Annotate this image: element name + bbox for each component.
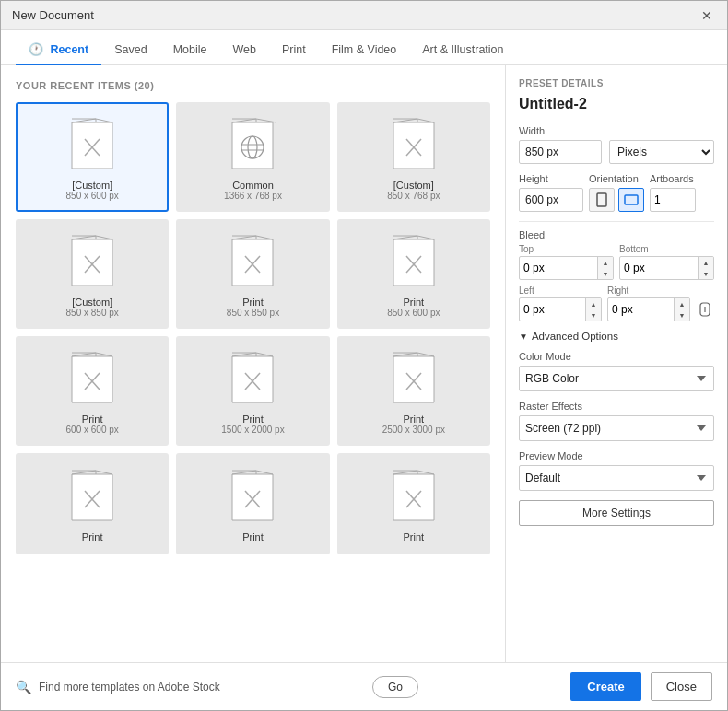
grid-item[interactable]: Print (16, 453, 169, 554)
create-button[interactable]: Create (570, 672, 640, 701)
portrait-button[interactable] (589, 188, 615, 212)
svg-line-38 (96, 471, 112, 474)
grid-item[interactable]: Common 1366 x 768 px (176, 102, 329, 212)
color-mode-select[interactable]: RGB Color CMYK Color (519, 366, 714, 391)
bleed-right-field: Right ▲ ▼ (607, 286, 690, 321)
tab-print[interactable]: Print (269, 36, 319, 65)
svg-rect-49 (597, 193, 606, 206)
bleed-top-down[interactable]: ▼ (598, 268, 613, 279)
left-panel: YOUR RECENT ITEMS (20) [Custom] 850 x 60… (1, 65, 506, 662)
more-settings-button[interactable]: More Settings (519, 500, 714, 526)
search-area: 🔍 Find more templates on Adobe Stock (16, 680, 220, 694)
svg-line-29 (232, 353, 256, 356)
width-input[interactable] (519, 140, 602, 164)
bleed-top-up[interactable]: ▲ (598, 257, 613, 268)
recent-section-title: YOUR RECENT ITEMS (20) (16, 80, 490, 91)
grid-item[interactable]: Print 600 x 600 px (16, 336, 169, 446)
color-mode-label: Color Mode (519, 351, 714, 362)
raster-effects-label: Raster Effects (519, 401, 714, 412)
item-name: Print (242, 531, 264, 542)
svg-line-0 (72, 119, 96, 122)
item-name: Print (404, 297, 425, 308)
tab-recent[interactable]: 🕐 Recent (16, 35, 101, 65)
search-icon: 🔍 (16, 680, 31, 694)
tab-film-video[interactable]: Film & Video (319, 36, 410, 65)
bleed-right-down[interactable]: ▼ (675, 309, 689, 321)
bleed-right-up[interactable]: ▲ (675, 298, 689, 309)
svg-line-26 (96, 353, 112, 356)
item-size: 1500 x 2000 px (221, 425, 284, 435)
bleed-left-field: Left ▲ ▼ (519, 286, 602, 321)
item-name: Print (404, 414, 425, 425)
height-input[interactable] (519, 188, 583, 212)
bleed-top-input[interactable] (520, 262, 597, 274)
grid-item[interactable]: Print 850 x 600 px (337, 219, 490, 329)
grid-item[interactable]: [Custom] 850 x 850 px (16, 219, 169, 329)
bleed-top-field: Top ▲ ▼ (519, 244, 614, 280)
bleed-right-input[interactable] (608, 303, 674, 316)
window-close-button[interactable]: ✕ (698, 8, 716, 23)
tab-web[interactable]: Web (219, 36, 268, 65)
grid-item[interactable]: Print 850 x 850 px (176, 219, 329, 329)
svg-line-22 (417, 236, 434, 239)
svg-line-30 (256, 353, 273, 356)
item-name: Print (242, 297, 264, 308)
grid-item[interactable]: Print (176, 453, 329, 554)
artboards-label: Artboards (650, 173, 696, 184)
preset-details-title: PRESET DETAILS (519, 78, 714, 88)
advanced-options-label: Advanced Options (532, 331, 618, 342)
svg-line-25 (72, 353, 96, 356)
svg-line-18 (256, 236, 273, 239)
content-area: YOUR RECENT ITEMS (20) [Custom] 850 x 60… (1, 65, 727, 662)
svg-line-21 (393, 236, 417, 239)
chevron-down-icon: ▼ (519, 332, 528, 342)
artboards-group: Artboards (650, 173, 696, 212)
preset-name: Untitled-2 (519, 96, 714, 112)
item-size: 850 x 850 px (227, 308, 279, 318)
bleed-left-down[interactable]: ▼ (586, 309, 601, 321)
tab-saved[interactable]: Saved (101, 36, 159, 65)
tabs-bar: 🕐 Recent Saved Mobile Web Print Film & V… (1, 30, 727, 65)
bleed-grid: Top ▲ ▼ Bottom ▲ ▼ (519, 244, 714, 280)
new-document-window: New Document ✕ 🕐 Recent Saved Mobile Web… (0, 0, 728, 711)
unit-select[interactable]: Pixels Inches Centimeters Millimeters Po… (609, 140, 714, 164)
tab-art-illustration[interactable]: Art & Illustration (409, 36, 516, 65)
grid-item[interactable]: Print 1500 x 2000 px (176, 336, 329, 446)
width-label: Width (519, 125, 714, 136)
svg-line-9 (393, 119, 417, 122)
grid-item[interactable]: [Custom] 850 x 768 px (337, 102, 490, 212)
bleed-left-right-row: Left ▲ ▼ Right ▲ ▼ (519, 286, 714, 321)
raster-effects-select[interactable]: Screen (72 ppi) Medium (150 ppi) High (3… (519, 415, 714, 441)
grid-item[interactable]: Print (337, 453, 490, 554)
bleed-left-input[interactable] (520, 303, 585, 316)
svg-line-46 (417, 471, 434, 474)
bleed-right-label: Right (607, 286, 690, 296)
grid-item[interactable]: [Custom] 850 x 600 px (16, 102, 169, 212)
item-name: [Custom] (72, 297, 112, 308)
grid-item[interactable]: Print 2500 x 3000 px (337, 336, 490, 446)
landscape-icon (624, 194, 639, 205)
height-label: Height (519, 173, 583, 184)
width-row: Pixels Inches Centimeters Millimeters Po… (519, 140, 714, 164)
tab-mobile[interactable]: Mobile (160, 36, 220, 65)
advanced-options-toggle[interactable]: ▼ Advanced Options (519, 331, 714, 342)
svg-line-13 (72, 236, 96, 239)
landscape-button[interactable] (618, 188, 644, 212)
title-bar: New Document ✕ (1, 1, 727, 30)
preview-mode-select[interactable]: Default Pixel Overprint (519, 465, 714, 491)
artboards-input[interactable] (650, 188, 696, 212)
go-button[interactable]: Go (372, 676, 418, 698)
link-bleed-icon[interactable] (696, 301, 714, 318)
bleed-left-up[interactable]: ▲ (586, 298, 601, 309)
window-title: New Document (12, 8, 94, 22)
item-size: 1366 x 768 px (224, 191, 282, 201)
bleed-bottom-up[interactable]: ▲ (699, 257, 713, 268)
close-dialog-button[interactable]: Close (651, 672, 712, 701)
bleed-bottom-field: Bottom ▲ ▼ (619, 244, 714, 280)
bleed-bottom-input[interactable] (620, 262, 698, 274)
items-grid: [Custom] 850 x 600 px Common 1366 x 768 … (16, 102, 490, 554)
bleed-bottom-down[interactable]: ▼ (699, 268, 713, 279)
item-name: Print (242, 414, 264, 425)
portrait-icon (596, 192, 607, 207)
item-size: 850 x 600 px (66, 191, 119, 201)
